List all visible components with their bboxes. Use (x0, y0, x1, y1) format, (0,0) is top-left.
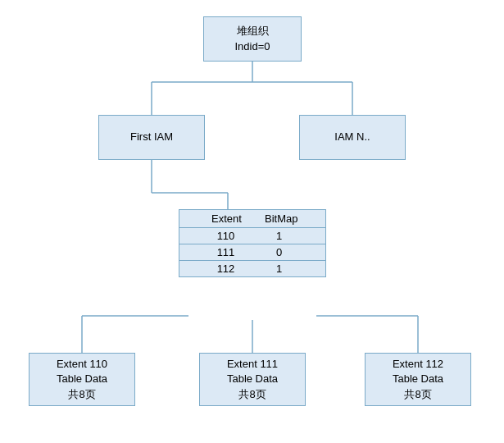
extent112-line1: Extent 112 (393, 357, 443, 372)
extent110-line3: 共8页 (68, 387, 95, 402)
bitmap-header-bitmap: BitMap (265, 212, 293, 225)
root-label-line2: Indid=0 (234, 39, 270, 54)
bitmap-row2-bitmap: 1 (265, 263, 293, 275)
extent112-node: Extent 112 Table Data 共8页 (365, 353, 471, 406)
bitmap-row1-bitmap: 0 (265, 246, 293, 258)
iam-n-node: IAM N.. (299, 115, 406, 160)
bitmap-header-extent: Extent (211, 212, 240, 225)
extent110-node: Extent 110 Table Data 共8页 (29, 353, 135, 406)
extent111-line1: Extent 111 (227, 357, 278, 372)
extent110-line1: Extent 110 (57, 357, 107, 372)
extent111-line2: Table Data (227, 372, 278, 386)
extent112-line3: 共8页 (404, 387, 431, 402)
root-label-line1: 堆组织 (237, 24, 269, 39)
bitmap-row-1: 111 0 (179, 244, 325, 261)
iam-n-label: IAM N.. (334, 130, 370, 144)
extent112-line2: Table Data (393, 372, 443, 386)
first-iam-label: First IAM (130, 130, 173, 144)
extent111-node: Extent 111 Table Data 共8页 (199, 353, 306, 406)
bitmap-row0-bitmap: 1 (265, 230, 293, 242)
bitmap-row2-extent: 112 (211, 263, 240, 275)
extent110-line2: Table Data (57, 372, 107, 386)
bitmap-row-2: 112 1 (179, 261, 325, 276)
first-iam-node: First IAM (98, 115, 205, 160)
bitmap-table-node: Extent BitMap 110 1 111 0 112 1 (179, 209, 326, 277)
root-node: 堆组织 Indid=0 (203, 16, 302, 62)
diagram-container: 堆组织 Indid=0 First IAM IAM N.. Extent Bit… (0, 0, 504, 443)
bitmap-row1-extent: 111 (211, 246, 240, 258)
bitmap-row-0: 110 1 (179, 228, 325, 244)
extent111-line3: 共8页 (238, 387, 266, 402)
bitmap-table-header: Extent BitMap (179, 210, 325, 228)
bitmap-row0-extent: 110 (211, 230, 240, 242)
